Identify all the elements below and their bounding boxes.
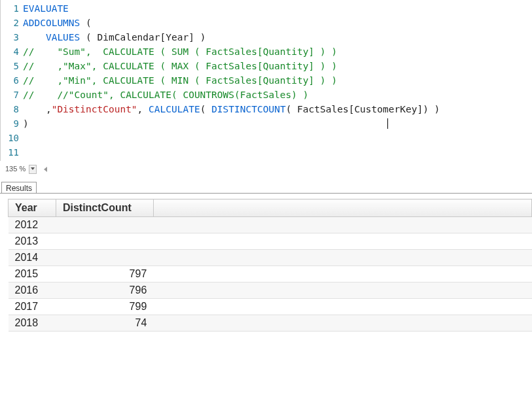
results-grid[interactable]: YearDistinctCount 2012201320142015797201… bbox=[8, 199, 532, 332]
cell-year: 2017 bbox=[9, 299, 56, 315]
line-code[interactable]: VALUES ( DimCalendar[Year] ) bbox=[23, 30, 205, 44]
line-number: 10 bbox=[1, 131, 23, 145]
table-row[interactable]: 2016796 bbox=[9, 282, 532, 299]
cell-distinctcount: 799 bbox=[56, 299, 153, 315]
line-number: 11 bbox=[1, 145, 23, 160]
editor-line[interactable]: 3 VALUES ( DimCalendar[Year] ) bbox=[1, 30, 532, 44]
table-row[interactable]: 2012 bbox=[9, 217, 532, 233]
zoom-dropdown[interactable] bbox=[29, 165, 37, 174]
line-number: 9 bbox=[1, 116, 23, 131]
editor-line[interactable]: 6// ,"Min", CALCULATE ( MIN ( FactSales[… bbox=[1, 73, 532, 88]
table-row[interactable]: 2013 bbox=[9, 233, 532, 250]
line-number: 5 bbox=[1, 59, 23, 73]
line-code[interactable]: EVALUATE bbox=[23, 1, 69, 16]
editor-line[interactable]: 8 ,"DistinctCount", CALCULATE( DISTINCTC… bbox=[1, 102, 532, 116]
line-number: 3 bbox=[1, 30, 23, 44]
line-number: 6 bbox=[1, 73, 23, 88]
tab-results[interactable]: Results bbox=[1, 182, 37, 193]
editor-line[interactable]: 4// "Sum", CALCULATE ( SUM ( FactSales[Q… bbox=[1, 44, 532, 59]
line-number: 4 bbox=[1, 44, 23, 59]
table-row[interactable]: 201874 bbox=[9, 315, 532, 332]
cell-year: 2014 bbox=[9, 250, 56, 266]
column-header-spacer bbox=[153, 199, 531, 217]
cell-year: 2013 bbox=[9, 233, 56, 250]
column-header-year[interactable]: Year bbox=[9, 199, 56, 217]
line-number: 7 bbox=[1, 88, 23, 102]
editor-line[interactable]: 2ADDCOLUMNS ( bbox=[1, 16, 532, 30]
cell-distinctcount: 796 bbox=[56, 282, 153, 299]
dax-editor[interactable]: 1EVALUATE2ADDCOLUMNS (3 VALUES ( DimCale… bbox=[0, 0, 532, 161]
cell-distinctcount bbox=[56, 250, 153, 266]
cell-distinctcount bbox=[56, 217, 153, 233]
cell-year: 2015 bbox=[9, 266, 56, 282]
line-code[interactable]: ,"DistinctCount", CALCULATE( DISTINCTCOU… bbox=[23, 102, 440, 116]
editor-line[interactable]: 7// //"Count", CALCULATE( COUNTROWS(Fact… bbox=[1, 88, 532, 102]
cell-year: 2016 bbox=[9, 282, 56, 299]
text-caret bbox=[387, 118, 388, 129]
editor-line[interactable]: 10 bbox=[1, 131, 532, 145]
editor-line[interactable]: 1EVALUATE bbox=[1, 1, 532, 16]
table-row[interactable]: 2015797 bbox=[9, 266, 532, 282]
editor-zoom-bar: 135 % bbox=[5, 165, 47, 174]
line-code[interactable]: // "Sum", CALCULATE ( SUM ( FactSales[Qu… bbox=[23, 44, 337, 59]
line-code[interactable]: // ,"Min", CALCULATE ( MIN ( FactSales[Q… bbox=[23, 73, 337, 88]
editor-line[interactable]: 9) bbox=[1, 116, 532, 131]
zoom-level: 135 % bbox=[5, 165, 26, 173]
cell-year: 2018 bbox=[9, 315, 56, 332]
cell-year: 2012 bbox=[9, 217, 56, 233]
column-header-distinctcount[interactable]: DistinctCount bbox=[56, 199, 153, 217]
cell-distinctcount: 797 bbox=[56, 266, 153, 282]
cell-distinctcount: 74 bbox=[56, 315, 153, 332]
line-number: 8 bbox=[1, 102, 23, 116]
editor-line[interactable]: 11 bbox=[1, 145, 532, 160]
line-code[interactable]: // //"Count", CALCULATE( COUNTROWS(FactS… bbox=[23, 88, 309, 102]
hscroll-left-icon[interactable] bbox=[44, 167, 47, 172]
line-code[interactable]: ADDCOLUMNS ( bbox=[23, 16, 92, 30]
cell-distinctcount bbox=[56, 233, 153, 250]
line-number: 1 bbox=[1, 1, 23, 16]
table-row[interactable]: 2017799 bbox=[9, 299, 532, 315]
results-panel: Results YearDistinctCount 20122013201420… bbox=[0, 180, 532, 393]
line-code[interactable]: ) bbox=[23, 116, 29, 131]
table-row[interactable]: 2014 bbox=[9, 250, 532, 266]
line-code[interactable]: // ,"Max", CALCULATE ( MAX ( FactSales[Q… bbox=[23, 59, 337, 73]
line-number: 2 bbox=[1, 16, 23, 30]
editor-line[interactable]: 5// ,"Max", CALCULATE ( MAX ( FactSales[… bbox=[1, 59, 532, 73]
